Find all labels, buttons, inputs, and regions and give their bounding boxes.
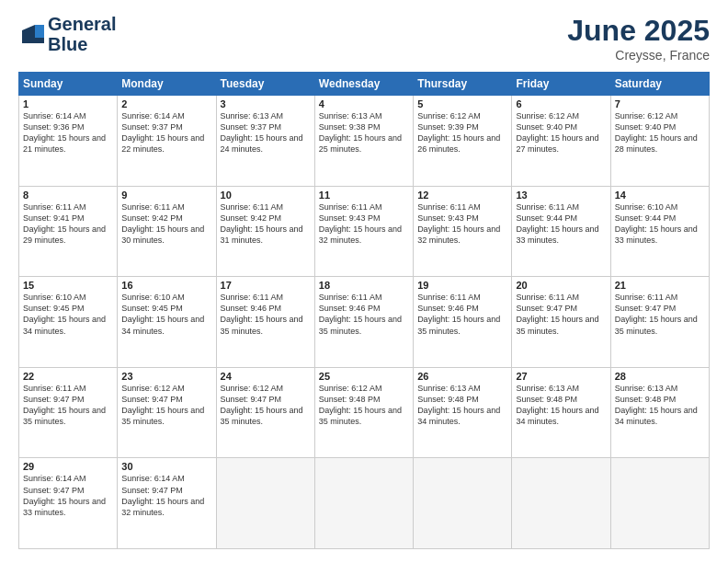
cell-details: Sunrise: 6:14 AMSunset: 9:47 PMDaylight:… xyxy=(121,473,211,518)
day-number: 23 xyxy=(121,371,211,382)
page: General Blue June 2025 Creysse, France S… xyxy=(0,0,728,563)
day-number: 14 xyxy=(615,190,705,201)
table-row: 24Sunrise: 6:12 AMSunset: 9:47 PMDayligh… xyxy=(216,367,314,458)
cell-details: Sunrise: 6:13 AMSunset: 9:38 PMDaylight:… xyxy=(319,110,409,155)
day-number: 28 xyxy=(615,371,705,382)
day-number: 18 xyxy=(319,280,409,291)
day-number: 24 xyxy=(221,371,311,382)
cell-details: Sunrise: 6:13 AMSunset: 9:48 PMDaylight:… xyxy=(417,383,507,428)
calendar-row: 8Sunrise: 6:11 AMSunset: 9:41 PMDaylight… xyxy=(19,186,710,277)
cell-details: Sunrise: 6:10 AMSunset: 9:44 PMDaylight:… xyxy=(615,201,705,247)
table-row: 10Sunrise: 6:11 AMSunset: 9:42 PMDayligh… xyxy=(216,186,314,277)
cell-details: Sunrise: 6:11 AMSunset: 9:44 PMDaylight:… xyxy=(516,201,606,247)
table-row xyxy=(216,458,314,549)
col-thursday: Thursday xyxy=(414,73,512,96)
month-title: June 2025 xyxy=(567,14,710,48)
table-row: 27Sunrise: 6:13 AMSunset: 9:48 PMDayligh… xyxy=(512,367,610,458)
table-row: 4Sunrise: 6:13 AMSunset: 9:38 PMDaylight… xyxy=(314,96,413,187)
cell-details: Sunrise: 6:11 AMSunset: 9:43 PMDaylight:… xyxy=(319,201,409,247)
cell-details: Sunrise: 6:12 AMSunset: 9:47 PMDaylight:… xyxy=(121,383,211,428)
svg-marker-2 xyxy=(22,25,35,38)
day-number: 8 xyxy=(23,190,113,201)
table-row: 26Sunrise: 6:13 AMSunset: 9:48 PMDayligh… xyxy=(414,367,512,458)
col-sunday: Sunday xyxy=(19,73,118,96)
svg-marker-1 xyxy=(35,25,44,38)
day-number: 21 xyxy=(615,280,705,291)
cell-details: Sunrise: 6:11 AMSunset: 9:47 PMDaylight:… xyxy=(23,383,113,428)
table-row: 23Sunrise: 6:12 AMSunset: 9:47 PMDayligh… xyxy=(118,367,216,458)
day-number: 1 xyxy=(23,98,113,109)
table-row: 3Sunrise: 6:13 AMSunset: 9:37 PMDaylight… xyxy=(216,96,314,187)
table-row: 28Sunrise: 6:13 AMSunset: 9:48 PMDayligh… xyxy=(610,367,709,458)
cell-details: Sunrise: 6:11 AMSunset: 9:41 PMDaylight:… xyxy=(23,201,113,247)
cell-details: Sunrise: 6:12 AMSunset: 9:40 PMDaylight:… xyxy=(516,110,606,155)
col-saturday: Saturday xyxy=(610,73,709,96)
cell-details: Sunrise: 6:12 AMSunset: 9:47 PMDaylight:… xyxy=(221,383,311,428)
table-row: 5Sunrise: 6:12 AMSunset: 9:39 PMDaylight… xyxy=(414,96,512,187)
day-number: 13 xyxy=(516,190,606,201)
table-row: 17Sunrise: 6:11 AMSunset: 9:46 PMDayligh… xyxy=(216,277,314,368)
day-number: 3 xyxy=(221,98,311,109)
logo-text: General Blue xyxy=(48,14,116,54)
cell-details: Sunrise: 6:11 AMSunset: 9:42 PMDaylight:… xyxy=(121,201,211,247)
day-number: 6 xyxy=(516,98,606,109)
calendar-row: 29Sunrise: 6:14 AMSunset: 9:47 PMDayligh… xyxy=(19,458,710,549)
cell-details: Sunrise: 6:11 AMSunset: 9:43 PMDaylight:… xyxy=(417,201,507,247)
day-number: 25 xyxy=(319,371,409,382)
col-tuesday: Tuesday xyxy=(216,73,314,96)
calendar-row: 15Sunrise: 6:10 AMSunset: 9:45 PMDayligh… xyxy=(19,277,710,368)
calendar-row: 22Sunrise: 6:11 AMSunset: 9:47 PMDayligh… xyxy=(19,367,710,458)
day-number: 4 xyxy=(319,98,409,109)
table-row: 30Sunrise: 6:14 AMSunset: 9:47 PMDayligh… xyxy=(118,458,216,549)
svg-rect-3 xyxy=(22,38,44,43)
day-number: 29 xyxy=(23,461,113,472)
day-number: 22 xyxy=(23,371,113,382)
day-number: 16 xyxy=(121,280,211,291)
title-block: June 2025 Creysse, France xyxy=(567,14,710,63)
table-row xyxy=(610,458,709,549)
day-number: 27 xyxy=(516,371,606,382)
cell-details: Sunrise: 6:11 AMSunset: 9:47 PMDaylight:… xyxy=(615,292,705,337)
table-row: 18Sunrise: 6:11 AMSunset: 9:46 PMDayligh… xyxy=(314,277,413,368)
cell-details: Sunrise: 6:13 AMSunset: 9:48 PMDaylight:… xyxy=(516,383,606,428)
table-row: 14Sunrise: 6:10 AMSunset: 9:44 PMDayligh… xyxy=(610,186,709,277)
day-number: 9 xyxy=(121,190,211,201)
cell-details: Sunrise: 6:10 AMSunset: 9:45 PMDaylight:… xyxy=(121,292,211,337)
table-row: 11Sunrise: 6:11 AMSunset: 9:43 PMDayligh… xyxy=(314,186,413,277)
cell-details: Sunrise: 6:12 AMSunset: 9:39 PMDaylight:… xyxy=(417,110,507,155)
table-row: 15Sunrise: 6:10 AMSunset: 9:45 PMDayligh… xyxy=(19,277,118,368)
table-row: 19Sunrise: 6:11 AMSunset: 9:46 PMDayligh… xyxy=(414,277,512,368)
cell-details: Sunrise: 6:11 AMSunset: 9:46 PMDaylight:… xyxy=(221,292,311,337)
table-row: 21Sunrise: 6:11 AMSunset: 9:47 PMDayligh… xyxy=(610,277,709,368)
day-number: 5 xyxy=(417,98,507,109)
cell-details: Sunrise: 6:11 AMSunset: 9:46 PMDaylight:… xyxy=(417,292,507,337)
day-number: 30 xyxy=(121,461,211,472)
table-row: 7Sunrise: 6:12 AMSunset: 9:40 PMDaylight… xyxy=(610,96,709,187)
location: Creysse, France xyxy=(567,48,710,63)
table-row: 9Sunrise: 6:11 AMSunset: 9:42 PMDaylight… xyxy=(118,186,216,277)
day-number: 2 xyxy=(121,98,211,109)
cell-details: Sunrise: 6:14 AMSunset: 9:37 PMDaylight:… xyxy=(121,110,211,155)
table-row xyxy=(512,458,610,549)
header: General Blue June 2025 Creysse, France xyxy=(18,14,710,63)
day-number: 26 xyxy=(417,371,507,382)
day-number: 10 xyxy=(221,190,311,201)
cell-details: Sunrise: 6:11 AMSunset: 9:42 PMDaylight:… xyxy=(221,201,311,247)
col-friday: Friday xyxy=(512,73,610,96)
table-row: 22Sunrise: 6:11 AMSunset: 9:47 PMDayligh… xyxy=(19,367,118,458)
cell-details: Sunrise: 6:13 AMSunset: 9:37 PMDaylight:… xyxy=(221,110,311,155)
day-number: 19 xyxy=(417,280,507,291)
table-row xyxy=(314,458,413,549)
table-row: 1Sunrise: 6:14 AMSunset: 9:36 PMDaylight… xyxy=(19,96,118,187)
table-row: 20Sunrise: 6:11 AMSunset: 9:47 PMDayligh… xyxy=(512,277,610,368)
table-row: 13Sunrise: 6:11 AMSunset: 9:44 PMDayligh… xyxy=(512,186,610,277)
table-row: 6Sunrise: 6:12 AMSunset: 9:40 PMDaylight… xyxy=(512,96,610,187)
day-number: 11 xyxy=(319,190,409,201)
day-number: 15 xyxy=(23,280,113,291)
cell-details: Sunrise: 6:12 AMSunset: 9:48 PMDaylight:… xyxy=(319,383,409,428)
logo-blue: Blue xyxy=(48,34,87,54)
logo-icon xyxy=(18,19,48,49)
col-monday: Monday xyxy=(118,73,216,96)
day-number: 7 xyxy=(615,98,705,109)
calendar-header-row: Sunday Monday Tuesday Wednesday Thursday… xyxy=(19,73,710,96)
